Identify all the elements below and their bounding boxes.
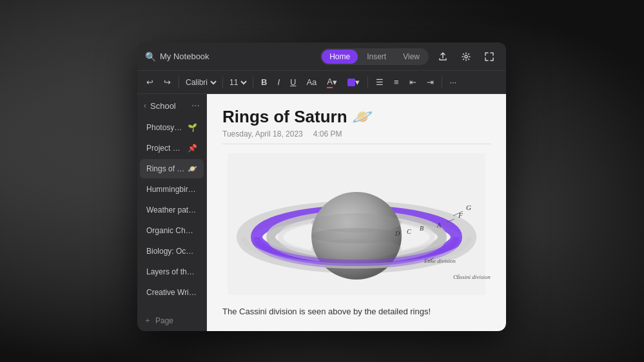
sidebar-item-label: Project Notes (146, 144, 185, 153)
main-toolbar: 🔍 My Notebook Home Insert View (137, 43, 506, 71)
sidebar-item-organic-chem[interactable]: Organic Chemistry (140, 221, 204, 240)
bold-button[interactable]: B (257, 75, 271, 89)
sidebar-item-label: Hummingbird Win... (146, 185, 197, 194)
sidebar-header-left: ‹ School (144, 101, 176, 111)
section-title: School (150, 101, 176, 111)
sidebar-item-layers-atm[interactable]: Layers of the Atm... (140, 262, 204, 281)
sidebar-item-project-notes[interactable]: Project Notes 📌 (140, 138, 204, 158)
numbered-list-button[interactable]: ≡ (390, 75, 403, 89)
svg-text:Cassini division: Cassini division (453, 274, 491, 280)
expand-button[interactable] (480, 48, 498, 66)
svg-text:G: G (466, 204, 471, 211)
add-page-button[interactable]: ＋ Page (137, 310, 206, 331)
separator-4 (367, 77, 368, 88)
sidebar-item-label: Biology: Ocean Fo... (146, 247, 197, 256)
search-icon: 🔍 (145, 52, 156, 62)
redo-button[interactable]: ↪ (160, 75, 175, 89)
sidebar-item-creative-writing[interactable]: Creative Writing (140, 283, 204, 302)
tab-insert[interactable]: Insert (359, 50, 394, 64)
back-button[interactable]: ‹ (144, 101, 146, 110)
add-page-label: Page (155, 316, 173, 325)
svg-point-10 (311, 239, 402, 258)
toolbar-actions (434, 48, 498, 66)
note-date: Tuesday, April 18, 2023 (222, 129, 303, 138)
sidebar-item-emoji: 🌱 (188, 123, 197, 132)
sidebar-item-weather[interactable]: Weather patterns (140, 200, 204, 220)
svg-point-0 (465, 55, 467, 58)
more-format-button[interactable]: ··· (446, 75, 461, 89)
note-body: The Cassini division is seen above by th… (222, 305, 491, 319)
tab-view[interactable]: View (395, 50, 427, 64)
text-size-button[interactable]: Aa (302, 75, 320, 89)
notebook-title: My Notebook (160, 52, 210, 61)
indent-dec-button[interactable]: ⇤ (405, 75, 420, 89)
svg-text:D: D (395, 230, 400, 237)
underline-button[interactable]: U (286, 75, 300, 89)
saturn-svg: G F A B C D Enke division Cassini divisi… (222, 153, 491, 295)
undo-button[interactable]: ↩ (142, 75, 157, 89)
svg-text:C: C (407, 228, 411, 235)
sidebar-item-emoji: 🪐 (188, 164, 197, 173)
color-button[interactable]: ▾ (344, 75, 364, 89)
sidebar-item-label: Rings of Saturn (146, 164, 185, 173)
note-title: Rings of Saturn 🪐 (222, 107, 491, 127)
font-family-select[interactable]: Calibri (183, 77, 219, 88)
highlight-button[interactable]: A▾ (323, 75, 341, 90)
separator-5 (442, 77, 442, 88)
search-area: 🔍 My Notebook (145, 52, 315, 62)
sidebar-item-biology[interactable]: Biology: Ocean Fo... (140, 242, 204, 261)
separator-1 (179, 77, 179, 88)
svg-rect-1 (347, 79, 355, 86)
separator-3 (253, 77, 253, 88)
sidebar-item-label: Photosynthesis (146, 123, 185, 132)
note-editor[interactable]: Rings of Saturn 🪐 Tuesday, April 18, 202… (207, 94, 506, 331)
sidebar-item-hummingbird[interactable]: Hummingbird Win... (140, 180, 204, 199)
note-time: 4:06 PM (313, 129, 342, 138)
svg-text:A: A (436, 222, 442, 229)
sidebar-item-label: Layers of the Atm... (146, 267, 197, 276)
plus-icon: ＋ (144, 315, 151, 326)
sidebar-more-button[interactable]: ··· (191, 100, 200, 111)
sidebar-item-rings-of-saturn[interactable]: Rings of Saturn 🪐 (140, 159, 204, 178)
sidebar-item-label: Organic Chemistry (146, 226, 197, 235)
format-toolbar: ↩ ↪ Calibri 11 B I U Aa A▾ ▾ ☰ ≡ ⇤ ⇥ ··· (137, 71, 506, 94)
app-window: 🔍 My Notebook Home Insert View (137, 43, 506, 331)
indent-inc-button[interactable]: ⇥ (423, 75, 438, 89)
bullet-list-button[interactable]: ☰ (372, 75, 387, 89)
sidebar-item-label: Weather patterns (146, 205, 197, 214)
italic-button[interactable]: I (273, 75, 284, 89)
settings-button[interactable] (457, 48, 475, 66)
font-size-select[interactable]: 11 (227, 77, 249, 88)
content-area: ‹ School ··· Photosynthesis 🌱 Project No… (137, 94, 506, 331)
sidebar: ‹ School ··· Photosynthesis 🌱 Project No… (137, 94, 207, 331)
note-meta: Tuesday, April 18, 2023 4:06 PM (222, 129, 491, 144)
tab-group: Home Insert View (320, 48, 429, 65)
note-paragraph: The Cassini division is seen above by th… (222, 305, 491, 319)
svg-text:B: B (420, 225, 424, 232)
note-image: G F A B C D Enke division Cassini divisi… (222, 153, 491, 295)
sidebar-header: ‹ School ··· (137, 94, 206, 117)
sidebar-item-emoji: 📌 (188, 144, 197, 153)
separator-2 (222, 77, 223, 88)
sidebar-item-label: Creative Writing (146, 288, 197, 297)
sidebar-item-photosynthesis[interactable]: Photosynthesis 🌱 (140, 118, 204, 137)
tab-home[interactable]: Home (322, 50, 358, 64)
share-button[interactable] (434, 48, 452, 66)
